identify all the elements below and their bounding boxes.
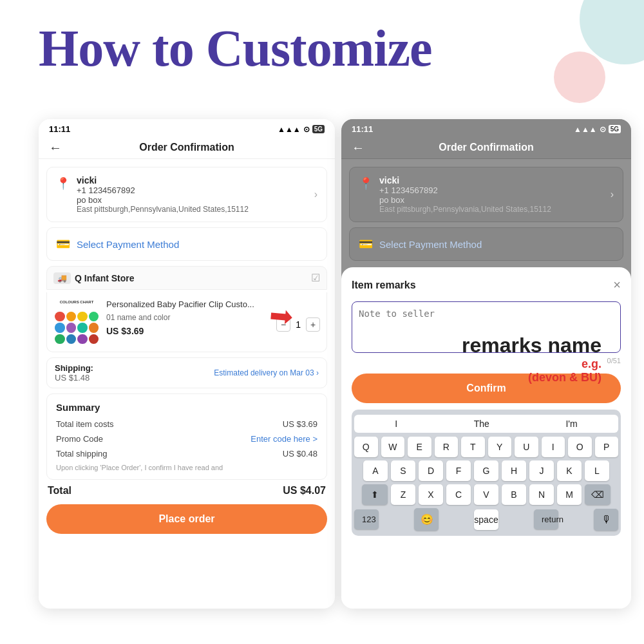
suggestion-i[interactable]: I <box>395 419 397 429</box>
promo-code-row[interactable]: Promo Code Enter code here > <box>56 434 317 444</box>
store-header: 🚚 Q Infant Store ☑ <box>46 266 327 290</box>
payment-label: Select Payment Method <box>77 239 179 250</box>
left-back-button[interactable]: ← <box>49 140 62 155</box>
address-phone: +1 1234567892 <box>77 185 308 195</box>
left-status-time: 11:11 <box>49 124 70 134</box>
key-delete[interactable]: ⌫ <box>585 484 611 505</box>
summary-title: Summary <box>56 402 317 413</box>
product-image: COLOURS CHART <box>53 299 100 345</box>
key-x[interactable]: X <box>419 484 443 505</box>
summary-section: Summary Total item costs US $3.69 Promo … <box>46 393 327 480</box>
left-address-card[interactable]: 📍 vicki +1 1234567892 po box East pittsb… <box>46 167 327 222</box>
key-k[interactable]: K <box>557 460 582 481</box>
char-count: 0/51 <box>352 357 621 365</box>
right-status-bar: 11:11 ▲▲▲ ⊙ 5G <box>341 119 631 137</box>
shipping-cost: US $1.48 <box>55 373 93 383</box>
qty-increase-button[interactable]: + <box>306 317 320 332</box>
key-l[interactable]: L <box>585 460 609 481</box>
right-address-box: po box <box>379 195 604 205</box>
right-5g-icon: 5G <box>609 125 621 133</box>
key-c[interactable]: C <box>446 484 471 505</box>
keyboard-row-1: QWERTYUIOP <box>354 437 618 457</box>
summary-note: Upon clicking 'Place Order', I confirm I… <box>56 464 317 471</box>
right-wifi-icon: ⊙ <box>600 125 606 134</box>
key-space[interactable]: space <box>474 509 498 530</box>
place-order-button[interactable]: Place order <box>46 504 327 534</box>
key-123[interactable]: 123 <box>354 509 379 529</box>
bg-decoration-pink <box>554 52 605 103</box>
qty-number: 1 <box>296 319 301 330</box>
right-nav-bar: ← Order Confirmation <box>341 137 631 159</box>
on-screen-keyboard: I The I'm QWERTYUIOP ASDFGHJKL ⬆ZXCVBNM⌫… <box>352 410 621 536</box>
promo-label: Promo Code <box>56 434 103 444</box>
product-price: US $3.69 <box>106 326 144 336</box>
key-t[interactable]: T <box>461 437 485 457</box>
right-address-full: East pittsburgh,Pennsylvania,United Stat… <box>379 205 604 214</box>
key-y[interactable]: Y <box>488 437 512 457</box>
left-payment-row[interactable]: 💳 Select Payment Method <box>46 227 327 261</box>
key-q[interactable]: Q <box>354 437 378 457</box>
left-nav-bar: ← Order Confirmation <box>39 137 335 159</box>
key-mic[interactable]: 🎙 <box>594 509 618 531</box>
right-address-card: 📍 vicki +1 1234567892 po box East pittsb… <box>349 167 623 222</box>
key-p[interactable]: P <box>595 437 619 457</box>
key-f[interactable]: F <box>446 460 471 481</box>
key-h[interactable]: H <box>502 460 526 481</box>
keyboard-suggestions: I The I'm <box>354 415 618 433</box>
right-chevron-icon: › <box>611 189 614 200</box>
key-a[interactable]: A <box>363 460 388 481</box>
left-nav-title: Order Confirmation <box>139 142 234 153</box>
right-address-info: vicki +1 1234567892 po box East pittsbur… <box>379 175 604 214</box>
red-arrow-indicator: ➡ <box>268 298 294 333</box>
key-z[interactable]: Z <box>391 484 415 505</box>
key-m[interactable]: M <box>557 484 582 505</box>
keyboard-row-2: ASDFGHJKL <box>354 460 618 481</box>
total-shipping-label: Total shipping <box>56 449 108 459</box>
address-info: vicki +1 1234567892 po box East pittsbur… <box>77 175 308 214</box>
key-emoji[interactable]: 😊 <box>414 508 439 531</box>
key-j[interactable]: J <box>529 460 554 481</box>
shipping-row: Shipping: US $1.48 Estimated delivery on… <box>46 357 327 388</box>
modal-title: Item remarks <box>352 279 416 291</box>
key-g[interactable]: G <box>474 460 498 481</box>
shipping-left: Shipping: US $1.48 <box>55 363 93 383</box>
left-status-icons: ▲▲▲ ⊙ 5G <box>278 125 325 134</box>
key-d[interactable]: D <box>419 460 443 481</box>
right-back-button[interactable]: ← <box>352 140 365 155</box>
key-i[interactable]: I <box>542 437 565 457</box>
key-r[interactable]: R <box>435 437 459 457</box>
right-signal-icon: ▲▲▲ <box>574 125 597 134</box>
key-u[interactable]: U <box>515 437 538 457</box>
total-value: US $4.07 <box>283 485 326 497</box>
key-s[interactable]: S <box>391 460 415 481</box>
key-w[interactable]: W <box>381 437 405 457</box>
signal-icon: ▲▲▲ <box>278 125 301 134</box>
key-e[interactable]: E <box>408 437 431 457</box>
confirm-button[interactable]: Confirm <box>352 374 621 403</box>
key-return[interactable]: return <box>534 509 558 529</box>
store-check-icon: ☑ <box>311 272 320 284</box>
left-status-bar: 11:11 ▲▲▲ ⊙ 5G <box>39 119 335 137</box>
promo-value[interactable]: Enter code here > <box>251 434 317 444</box>
right-status-icons: ▲▲▲ ⊙ 5G <box>574 125 621 134</box>
total-item-label: Total item costs <box>56 419 114 429</box>
key-v[interactable]: V <box>474 484 498 505</box>
store-name-box: 🚚 Q Infant Store <box>53 272 135 284</box>
store-name: Q Infant Store <box>75 273 135 283</box>
right-location-icon: 📍 <box>359 176 373 191</box>
key-shift[interactable]: ⬆ <box>362 484 388 505</box>
key-n[interactable]: N <box>529 484 554 505</box>
modal-close-button[interactable]: × <box>613 278 621 292</box>
total-item-row: Total item costs US $3.69 <box>56 419 317 429</box>
suggestion-im[interactable]: I'm <box>565 419 577 429</box>
store-icon: 🚚 <box>53 272 71 284</box>
modal-header: Item remarks × <box>352 278 621 292</box>
key-o[interactable]: O <box>568 437 592 457</box>
key-b[interactable]: B <box>502 484 526 505</box>
right-status-time: 11:11 <box>352 124 373 134</box>
left-phone-screenshot: 11:11 ▲▲▲ ⊙ 5G ← Order Confirmation 📍 vi… <box>39 119 335 609</box>
page-title: How to Customize <box>39 19 432 78</box>
keyboard-bottom-row: 123 😊 space return 🎙 <box>354 508 618 531</box>
suggestion-the[interactable]: The <box>474 419 489 429</box>
note-to-seller-input[interactable] <box>352 301 621 353</box>
